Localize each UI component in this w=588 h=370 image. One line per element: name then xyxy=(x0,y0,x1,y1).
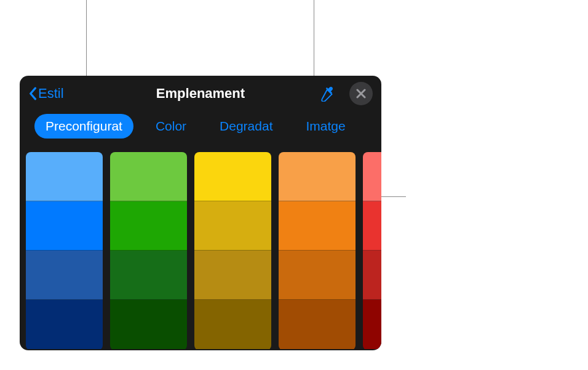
back-button[interactable]: Estil xyxy=(28,86,64,102)
swatch-column xyxy=(363,152,381,350)
swatch-column xyxy=(279,152,356,350)
color-swatch[interactable] xyxy=(26,300,103,349)
color-swatch[interactable] xyxy=(279,201,356,251)
eyedropper-icon xyxy=(320,86,336,102)
color-swatch[interactable] xyxy=(279,300,356,349)
color-swatch[interactable] xyxy=(279,152,356,201)
color-swatch[interactable] xyxy=(194,152,271,201)
panel-header: Estil Emplenament xyxy=(20,76,381,109)
color-swatch[interactable] xyxy=(363,251,381,300)
close-button[interactable] xyxy=(349,82,373,105)
color-swatch[interactable] xyxy=(110,152,187,201)
color-swatch[interactable] xyxy=(194,251,271,300)
swatch-column xyxy=(26,152,103,350)
color-swatch[interactable] xyxy=(363,152,381,201)
color-swatch[interactable] xyxy=(110,201,187,251)
fill-panel: Estil Emplenament PreconfiguratColorDegr… xyxy=(20,76,381,350)
swatch-column xyxy=(110,152,187,350)
color-swatch[interactable] xyxy=(363,300,381,349)
color-swatch[interactable] xyxy=(194,201,271,251)
chevron-left-icon xyxy=(28,87,37,100)
color-swatch[interactable] xyxy=(110,251,187,300)
color-swatch[interactable] xyxy=(26,152,103,201)
color-swatch[interactable] xyxy=(363,201,381,251)
color-swatch[interactable] xyxy=(279,251,356,300)
color-swatch[interactable] xyxy=(194,300,271,349)
swatches-grid xyxy=(20,147,381,350)
back-label: Estil xyxy=(38,86,64,102)
swatch-column xyxy=(194,152,271,350)
tab-degradat[interactable]: Degradat xyxy=(209,114,284,139)
color-swatch[interactable] xyxy=(26,251,103,300)
tab-preconfigurat[interactable]: Preconfigurat xyxy=(34,114,133,139)
panel-title: Emplenament xyxy=(156,86,245,102)
tab-color[interactable]: Color xyxy=(145,114,197,139)
color-swatch[interactable] xyxy=(110,300,187,349)
eyedropper-button[interactable] xyxy=(319,84,337,103)
close-icon xyxy=(356,89,366,99)
tab-imatge[interactable]: Imatge xyxy=(295,114,356,139)
color-swatch[interactable] xyxy=(26,201,103,251)
fill-type-tabs: PreconfiguratColorDegradatImatge xyxy=(20,109,381,147)
